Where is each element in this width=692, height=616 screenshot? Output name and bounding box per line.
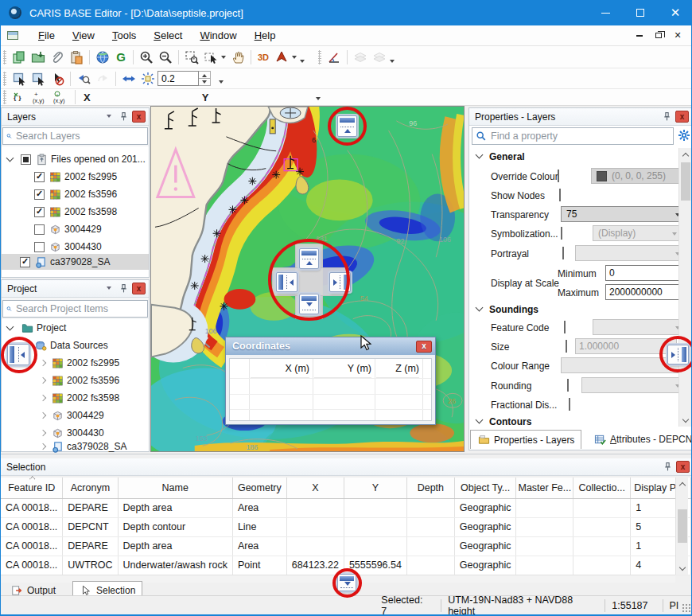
north-arrow-dropdown[interactable] bbox=[292, 56, 297, 61]
collapsed-icon[interactable] bbox=[40, 430, 46, 436]
toolbar-grip[interactable] bbox=[3, 90, 6, 104]
layer-row[interactable]: 2002 fs2995 bbox=[34, 169, 117, 185]
maximize-button[interactable] bbox=[623, 0, 658, 25]
collapsed-icon[interactable] bbox=[40, 360, 46, 366]
insert-vertex-icon[interactable]: +(x,y) bbox=[51, 88, 72, 106]
attach-icon[interactable] bbox=[48, 49, 67, 66]
project-menu-caret-icon[interactable] bbox=[103, 283, 115, 294]
project-item-row[interactable]: 3004430 bbox=[41, 425, 104, 441]
project-item-row[interactable]: 2002 fs3598 bbox=[41, 390, 119, 406]
paste-icon[interactable] bbox=[67, 49, 86, 66]
measure-angle-icon[interactable] bbox=[325, 49, 344, 66]
layers-menu-caret-icon[interactable] bbox=[103, 111, 115, 123]
collapsed-icon[interactable] bbox=[40, 443, 46, 450]
select-tool-icon[interactable] bbox=[201, 49, 220, 66]
3d-view-icon[interactable]: 3D bbox=[255, 49, 272, 66]
collapsed-icon[interactable] bbox=[40, 395, 46, 401]
toolbar-overflow-2[interactable] bbox=[390, 60, 395, 65]
collapsed-icon[interactable] bbox=[40, 377, 46, 384]
root-checkbox[interactable] bbox=[21, 154, 31, 165]
dock-center-top-button[interactable] bbox=[299, 248, 319, 269]
flatten-icon[interactable] bbox=[351, 49, 370, 66]
menu-file[interactable]: File bbox=[29, 26, 64, 45]
menu-help[interactable]: Help bbox=[246, 26, 285, 45]
properties-search-input[interactable] bbox=[491, 131, 670, 142]
next-view-icon[interactable] bbox=[93, 70, 112, 88]
expand-icon[interactable] bbox=[6, 154, 14, 162]
new-selection-icon[interactable] bbox=[10, 70, 29, 88]
properties-pin-icon[interactable] bbox=[660, 111, 673, 123]
coordinates-dialog-titlebar[interactable]: Coordinates x bbox=[226, 337, 435, 355]
fractional-checkbox[interactable] bbox=[569, 398, 570, 411]
dock-left-button[interactable] bbox=[7, 344, 29, 365]
flash-selection-icon[interactable] bbox=[138, 70, 157, 88]
layer-checkbox[interactable] bbox=[34, 189, 45, 200]
project-root-row[interactable]: Project bbox=[7, 320, 66, 336]
portrayal-checkbox[interactable] bbox=[562, 247, 564, 259]
menu-select[interactable]: Select bbox=[145, 26, 191, 45]
layer-row[interactable]: 3004429 bbox=[34, 221, 102, 237]
transparency-dropdown[interactable]: 75 bbox=[561, 206, 685, 222]
edit-vertex-icon[interactable]: ❴❵ bbox=[10, 88, 30, 106]
properties-scrollbar[interactable] bbox=[678, 148, 691, 427]
layer-row[interactable]: 3004430 bbox=[34, 239, 102, 255]
mdi-minimize-button[interactable] bbox=[632, 29, 647, 42]
dock-center-bottom-button[interactable] bbox=[299, 294, 319, 314]
feature-code-checkbox[interactable] bbox=[564, 321, 566, 333]
toolbar-grip[interactable] bbox=[318, 50, 321, 64]
table-row[interactable]: CA 00018...UWTROC Underwater/awash rockP… bbox=[1, 556, 691, 575]
project-item-row[interactable]: 3004429 bbox=[41, 407, 104, 423]
toolbar-grip[interactable] bbox=[3, 50, 6, 64]
selection-table[interactable]: Feature ID Acronym Name Geometry X Y Dep… bbox=[1, 478, 691, 575]
layers-close-button[interactable]: x bbox=[132, 111, 146, 123]
dock-top-button[interactable] bbox=[337, 115, 357, 137]
dock-right-button[interactable] bbox=[667, 345, 689, 365]
minimum-input[interactable]: 0 bbox=[605, 265, 686, 281]
dock-center-right-button[interactable] bbox=[329, 272, 351, 292]
layer-row-selected[interactable]: ca379028_SA bbox=[2, 254, 149, 270]
toolbar-overflow-3[interactable] bbox=[219, 80, 224, 86]
mdi-document-icon[interactable] bbox=[7, 31, 18, 40]
data-sources-row[interactable]: Data Sources bbox=[34, 337, 108, 353]
toolbar-overflow[interactable] bbox=[300, 60, 305, 65]
open-data-icon[interactable] bbox=[29, 49, 48, 66]
menu-tools[interactable]: Tools bbox=[103, 26, 145, 45]
coordinates-close-button[interactable]: x bbox=[416, 341, 432, 353]
coordinates-dialog[interactable]: Coordinates x X (m) Y (m) Z (m) bbox=[225, 337, 436, 425]
layers-search-input[interactable] bbox=[16, 131, 144, 142]
layer-checkbox[interactable] bbox=[34, 172, 45, 182]
layer-checkbox[interactable] bbox=[34, 224, 45, 235]
expand-icon[interactable] bbox=[6, 323, 14, 331]
add-vertex-icon[interactable]: +(x,y) bbox=[30, 88, 51, 106]
layer-checkbox[interactable] bbox=[34, 207, 45, 217]
layers-root-row[interactable]: Files opened on 201... bbox=[7, 151, 146, 167]
toolbar-grip[interactable] bbox=[3, 72, 6, 86]
resize-grip[interactable] bbox=[682, 603, 691, 613]
layer-row[interactable]: 2002 fs3598 bbox=[34, 204, 117, 220]
selection-close-button[interactable]: x bbox=[676, 461, 690, 473]
dock-bottom-button[interactable] bbox=[337, 574, 356, 591]
close-button[interactable]: ✕ bbox=[658, 0, 692, 25]
layer-row[interactable]: 2002 fs3596 bbox=[34, 186, 117, 202]
properties-close-button[interactable]: x bbox=[675, 111, 689, 123]
selection-header-row[interactable]: Feature ID Acronym Name Geometry X Y Dep… bbox=[1, 478, 691, 498]
copy-layer-icon[interactable] bbox=[10, 49, 29, 66]
add-selection-icon[interactable] bbox=[29, 70, 48, 88]
project-item-row[interactable]: 2002 fs2995 bbox=[41, 355, 119, 371]
table-row[interactable]: CA 00018...DEPCNT Depth contourLine Geog… bbox=[1, 517, 691, 536]
table-row[interactable]: CA 00018...DEPARE Depth areaArea Geograp… bbox=[1, 498, 691, 517]
tolerance-input[interactable] bbox=[157, 71, 199, 86]
zoom-in-icon[interactable] bbox=[137, 49, 156, 66]
menu-window[interactable]: Window bbox=[191, 26, 245, 45]
properties-gear-icon[interactable] bbox=[678, 129, 690, 144]
google-earth-icon[interactable]: G bbox=[112, 49, 130, 66]
project-search[interactable] bbox=[2, 300, 148, 318]
override-colour-checkbox[interactable] bbox=[558, 170, 559, 182]
web-map-icon[interactable] bbox=[93, 49, 112, 66]
project-item-row[interactable]: ca379028_SA bbox=[41, 441, 126, 452]
table-row[interactable]: CA 00018...DEPARE Depth areaArea Geograp… bbox=[1, 536, 691, 556]
dock-center-left-button[interactable] bbox=[276, 272, 297, 292]
project-item-row[interactable]: 2002 fs3596 bbox=[41, 372, 119, 388]
tolerance-stepper[interactable] bbox=[199, 71, 211, 86]
show-nodes-checkbox[interactable] bbox=[559, 189, 561, 201]
